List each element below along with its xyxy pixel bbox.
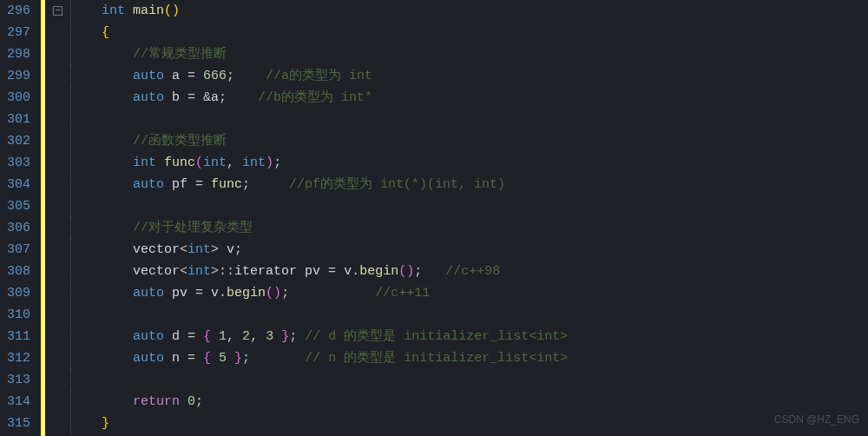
code-token: 0 [187, 391, 195, 413]
code-token: v [211, 282, 219, 304]
code-token: ; [273, 152, 281, 174]
code-token: 3 [266, 326, 281, 347]
code-token: //pf的类型为 int(*)(int, int) [289, 174, 505, 195]
code-line[interactable] [70, 195, 868, 217]
code-token: 666 [203, 65, 227, 87]
code-token: begin [359, 261, 398, 282]
code-token: v [344, 261, 352, 282]
code-token: int [187, 261, 211, 282]
code-line[interactable] [70, 304, 868, 326]
code-token: a [172, 65, 187, 87]
code-token: } [102, 413, 109, 434]
code-line[interactable]: //常规类型推断 [70, 43, 868, 65]
code-token: n [172, 347, 187, 369]
code-token: auto [133, 65, 172, 87]
code-line[interactable]: { [70, 22, 868, 43]
code-token: //b的类型为 int* [258, 87, 372, 109]
code-token: ; [219, 87, 258, 109]
indent-guide [70, 217, 71, 239]
code-line[interactable]: //函数类型推断 [70, 130, 868, 152]
line-number: 297 [7, 22, 30, 43]
code-token: < [180, 239, 187, 261]
code-line[interactable]: auto pv = v.begin(); //c++11 [70, 282, 868, 304]
code-token: ( [195, 152, 203, 174]
code-token: // n 的类型是 initializer_list<int> [305, 347, 568, 369]
code-token: a [211, 87, 219, 109]
indent-guide [70, 174, 71, 195]
indent-guide [70, 282, 71, 304]
code-token: = [187, 347, 203, 369]
code-token: = [328, 261, 344, 282]
code-token: () [398, 261, 414, 282]
code-token: ; [289, 326, 305, 347]
indent-guide [70, 130, 71, 152]
code-token: //对于处理复杂类型 [133, 217, 253, 239]
code-token: ; [227, 65, 266, 87]
line-number: 308 [7, 261, 30, 282]
code-token: vector [133, 239, 180, 261]
code-token: ; [242, 174, 289, 195]
code-token: < [180, 261, 187, 282]
code-line[interactable] [70, 369, 868, 391]
code-token: // d 的类型是 initializer_list<int> [305, 326, 568, 347]
code-line[interactable]: auto n = { 5 }; // n 的类型是 initializer_li… [70, 347, 868, 369]
code-line[interactable]: return 0; [70, 391, 868, 413]
code-token: () [164, 0, 180, 22]
code-line[interactable]: int main() [70, 0, 868, 22]
code-line[interactable]: //对于处理复杂类型 [70, 217, 868, 239]
code-token: //函数类型推断 [133, 130, 227, 152]
code-token: vector [133, 261, 180, 282]
code-token: return [133, 391, 187, 413]
code-line[interactable]: } [70, 413, 868, 434]
indent-guide [70, 261, 71, 282]
indent-guide [70, 152, 71, 174]
fold-minus-icon[interactable]: − [53, 6, 62, 16]
indent-guide [70, 43, 71, 65]
indent-guide [70, 326, 71, 347]
code-token: . [352, 261, 359, 282]
code-token: ; [234, 239, 242, 261]
indent-guide [70, 195, 71, 217]
code-editor[interactable]: 2962972982993003013023033043053063073083… [0, 0, 868, 436]
indent-guide [70, 109, 71, 130]
indent-guide [70, 347, 71, 369]
line-number: 306 [7, 217, 30, 239]
code-token: = & [187, 87, 211, 109]
code-line[interactable]: auto a = 666; //a的类型为 int [70, 65, 868, 87]
fold-column: − [53, 0, 67, 436]
code-line[interactable]: auto pf = func; //pf的类型为 int(*)(int, int… [70, 174, 868, 195]
code-area[interactable]: int main(){//常规类型推断auto a = 666; //a的类型为… [67, 0, 868, 436]
code-line[interactable] [70, 109, 868, 130]
code-token: int [242, 152, 266, 174]
indent-guide [70, 22, 71, 43]
line-number: 314 [7, 391, 30, 413]
indent-guide [70, 239, 71, 261]
code-token: = [187, 65, 203, 87]
code-token: func [164, 152, 195, 174]
code-token: ; [281, 282, 375, 304]
code-token: = [195, 282, 211, 304]
code-line[interactable]: auto b = &a; //b的类型为 int* [70, 87, 868, 109]
code-line[interactable]: int func(int, int); [70, 152, 868, 174]
code-token: { [102, 22, 109, 43]
code-token: , [227, 152, 242, 174]
code-token: = [187, 326, 203, 347]
code-line[interactable]: vector<int>::iterator pv = v.begin(); //… [70, 261, 868, 282]
line-number: 302 [7, 130, 30, 152]
code-token: >:: [211, 261, 234, 282]
code-token: begin [227, 282, 266, 304]
code-token: //c++11 [375, 282, 430, 304]
code-line[interactable]: vector<int> v; [70, 239, 868, 261]
code-token: auto [133, 347, 172, 369]
code-token: iterator [234, 261, 305, 282]
indent-guide [70, 0, 71, 22]
code-token: () [266, 282, 281, 304]
code-token: int [133, 152, 164, 174]
indent-guide [70, 413, 71, 434]
line-number: 310 [7, 304, 30, 326]
line-number: 307 [7, 239, 30, 261]
code-token: ) [266, 152, 273, 174]
code-line[interactable]: auto d = { 1, 2, 3 }; // d 的类型是 initiali… [70, 326, 868, 347]
watermark-text: CSDN @HZ_ENG [774, 409, 859, 431]
code-token: pv [305, 261, 328, 282]
